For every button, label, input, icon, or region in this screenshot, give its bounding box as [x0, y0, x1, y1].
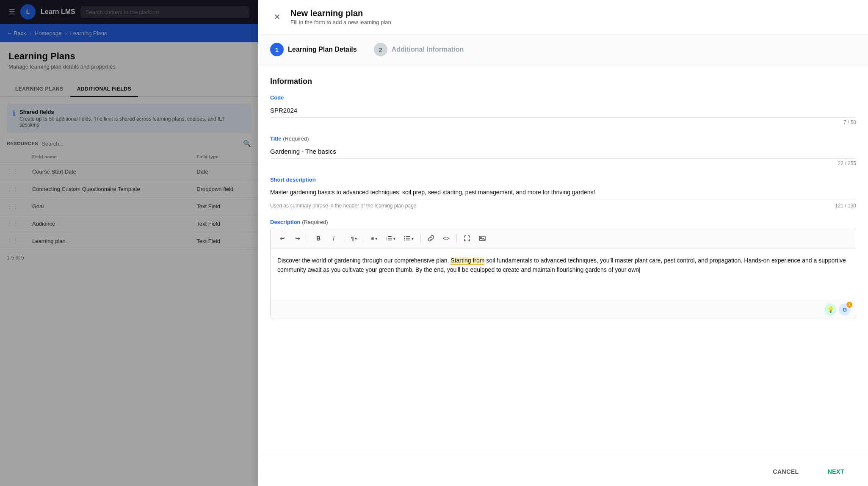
svg-rect-9	[406, 238, 410, 239]
italic-button[interactable]: I	[327, 232, 340, 245]
section-title: Information	[270, 77, 856, 86]
title-required: (Required)	[283, 135, 309, 142]
next-button[interactable]: NEXT	[816, 464, 856, 479]
svg-rect-1	[388, 238, 392, 239]
svg-rect-0	[388, 236, 392, 237]
description-content[interactable]: Discover the world of gardening through …	[271, 249, 856, 300]
overlay-dim	[0, 0, 258, 486]
editor-footer: 💡 G 1	[271, 300, 856, 319]
toolbar-sep-3	[364, 234, 364, 243]
code-label: Code	[270, 94, 856, 101]
code-char-count: 7 / 50	[270, 119, 856, 125]
undo-button[interactable]: ↩	[276, 232, 289, 245]
desc-text-before: Discover the world of gardening through …	[277, 257, 451, 264]
short-desc-label: Short description	[270, 177, 856, 183]
desc-text-highlighted: Starting from	[451, 257, 484, 265]
svg-point-6	[404, 236, 405, 237]
title-value[interactable]: Gardening - The basics	[270, 144, 856, 159]
description-editor[interactable]: ↩ ↪ B I ¶ ▾ ≡ ▾ 123 ▾ ▾	[270, 228, 856, 319]
short-desc-value[interactable]: Master gardening basics to advanced tech…	[270, 185, 856, 199]
modal-header: ✕ New learning plan Fill in the form to …	[258, 0, 868, 34]
toolbar-sep-5	[456, 234, 457, 243]
toolbar-sep-1	[308, 234, 308, 243]
modal-body: Information Code SPR2024 7 / 50 Title (R…	[258, 65, 868, 457]
svg-rect-2	[388, 240, 392, 240]
cancel-button[interactable]: CANCEL	[763, 464, 809, 479]
code-value[interactable]: SPR2024	[270, 103, 856, 118]
ai-grammarly-button[interactable]: G 1	[839, 304, 851, 315]
step-2-label: Additional Information	[392, 46, 464, 53]
title-char-count: 22 / 255	[270, 160, 856, 166]
code-field-group: Code SPR2024 7 / 50	[270, 94, 856, 125]
short-desc-hint: Used as summary phrase in the header of …	[270, 203, 417, 209]
toolbar-sep-4	[420, 234, 421, 243]
step-1-circle: 1	[270, 43, 284, 56]
close-button[interactable]: ✕	[270, 10, 284, 24]
modal-panel: ✕ New learning plan Fill in the form to …	[258, 0, 868, 486]
svg-point-10	[404, 240, 405, 240]
svg-rect-7	[406, 236, 410, 237]
modal-title: New learning plan	[290, 8, 391, 18]
fullscreen-button[interactable]	[460, 232, 474, 245]
steps-bar: 1 Learning Plan Details 2 Additional Inf…	[258, 34, 868, 65]
desc-required: (Required)	[302, 219, 328, 225]
step-2[interactable]: 2 Additional Information	[374, 43, 464, 56]
link-button[interactable]	[424, 232, 438, 245]
ordered-list-dropdown[interactable]: 123 ▾	[382, 233, 399, 243]
modal-subtitle: Fill in the form to add a new learning p…	[290, 19, 391, 25]
unordered-list-dropdown[interactable]: ▾	[401, 233, 417, 243]
image-button[interactable]	[475, 232, 489, 245]
description-field-group: Description (Required) ↩ ↪ B I ¶ ▾ ≡ ▾ 1…	[270, 219, 856, 319]
paragraph-dropdown[interactable]: ¶ ▾	[348, 234, 360, 243]
svg-point-8	[404, 238, 405, 239]
modal-footer: CANCEL NEXT	[258, 457, 868, 486]
code-button[interactable]: <>	[440, 232, 453, 245]
svg-text:3: 3	[386, 239, 387, 241]
bold-button[interactable]: B	[312, 232, 325, 245]
step-1-label: Learning Plan Details	[288, 46, 357, 53]
ai-bulb-button[interactable]: 💡	[824, 304, 836, 315]
step-2-circle: 2	[374, 43, 387, 56]
short-description-field-group: Short description Master gardening basic…	[270, 177, 856, 209]
toolbar-sep-2	[344, 234, 344, 243]
redo-button[interactable]: ↪	[291, 232, 304, 245]
title-field-group: Title (Required) Gardening - The basics …	[270, 135, 856, 166]
ai-badge: 1	[846, 302, 852, 308]
align-dropdown[interactable]: ≡ ▾	[368, 234, 381, 243]
title-label: Title (Required)	[270, 135, 856, 142]
description-label: Description (Required)	[270, 219, 856, 225]
short-desc-char-count: 121 / 130	[835, 203, 856, 209]
editor-toolbar: ↩ ↪ B I ¶ ▾ ≡ ▾ 123 ▾ ▾	[271, 228, 856, 249]
step-1[interactable]: 1 Learning Plan Details	[270, 43, 357, 56]
svg-rect-11	[406, 240, 410, 240]
